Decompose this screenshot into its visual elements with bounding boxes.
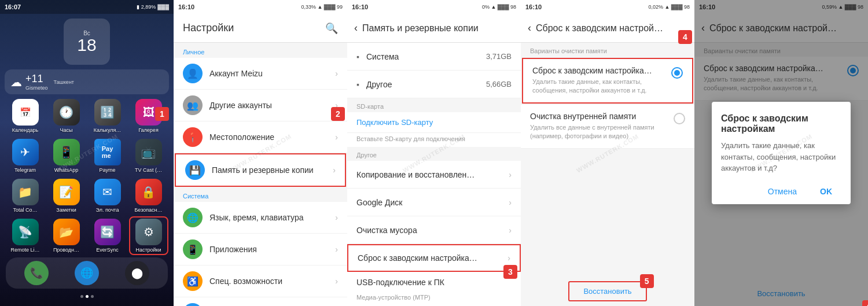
usb-label: USB-подключение к ПК — [356, 278, 444, 287]
settings-item-account[interactable]: 👤 Аккаунт Meizu › — [174, 58, 347, 90]
factory-reset-radio[interactable] — [671, 67, 683, 79]
restore-button-4[interactable]: Восстановить — [574, 283, 641, 299]
language-icon: 🌐 — [183, 208, 203, 227]
memory-item-gdrive[interactable]: Google Диск › — [347, 189, 521, 216]
telegram-icon: ✈ — [12, 139, 39, 165]
clear-memory-radio[interactable] — [674, 113, 685, 124]
restore-btn-wrap: Восстановить 5 — [521, 281, 694, 301]
back-arrow-reset-opts[interactable]: ‹ — [528, 22, 531, 34]
settings-item-accessibility[interactable]: ♿ Спец. возможности › — [174, 266, 347, 297]
factory-reset-desc: Удалить такие данные, как контакты, сооб… — [532, 78, 671, 95]
usb-sublabel: Медиа-устройство (МТР) — [356, 294, 431, 301]
security-icon: 🔒 — [135, 179, 162, 205]
memory-icon: 💾 — [185, 160, 205, 180]
settings-status-time: 16:10 — [178, 3, 194, 10]
dock-bar: 📞 🌐 ⬤ — [6, 257, 168, 289]
notes-icon: 📝 — [53, 179, 80, 205]
clean-chevron: › — [509, 226, 512, 235]
step-2-label: 2 — [331, 107, 345, 121]
panel-settings: 16:10 0,33% ▲ ▓▓▓ 99 Настройки 🔍 Личное … — [174, 0, 347, 306]
step-6-label: 6 — [862, 300, 868, 306]
weather-service: Gismeteo — [25, 85, 48, 91]
date-num: 18 — [77, 36, 96, 54]
calendar-icon: 📅 — [12, 99, 39, 126]
settings-item-language[interactable]: 🌐 Язык, время, клавиатура › — [174, 202, 347, 234]
dock-camera[interactable]: ⬤ — [125, 261, 149, 285]
signal-icon-home: ▓▓▓ — [157, 4, 169, 10]
memory-label: Память и резервные копии — [212, 165, 326, 175]
gallery-label: Галерея — [132, 127, 165, 133]
settings-item-other-accounts[interactable]: 👥 Другие аккаунты › — [174, 90, 347, 121]
apps-chevron: › — [335, 245, 338, 254]
search-icon[interactable]: 🔍 — [325, 22, 338, 35]
apps-icon: 📱 — [183, 239, 203, 259]
app-row-1: 📅 Календарь 🕐 Часы 🔢 Калькуля… 🖼 Галерея — [0, 97, 174, 135]
app-totalco[interactable]: 📁 Total Co… — [8, 179, 43, 213]
factory-reset-title: Сброс к заводским настройка… — [532, 66, 671, 75]
app-files[interactable]: 📂 Проводн… — [49, 219, 84, 253]
app-settings[interactable]: ⚙ Настройки — [131, 219, 166, 253]
settings-item-update[interactable]: 🔄 Обновление системы › — [174, 297, 347, 306]
app-whatsapp[interactable]: 📱 WhatsApp — [49, 139, 84, 173]
app-telegram[interactable]: ✈ Telegram — [8, 139, 43, 173]
files-icon: 📂 — [53, 219, 80, 245]
weather-icon: ☁ — [10, 75, 22, 89]
whatsapp-label: WhatsApp — [50, 167, 83, 173]
settings-item-apps[interactable]: 📱 Приложения › — [174, 234, 347, 266]
calendar-label: Календарь — [9, 127, 42, 133]
location-chevron: › — [335, 132, 338, 142]
section-system: Система — [174, 187, 347, 202]
memory-item-clean[interactable]: Очистка мусора › — [347, 216, 521, 244]
app-mail[interactable]: ✉ Эл. почта — [90, 179, 125, 213]
calc-label: Калькуля… — [91, 127, 124, 133]
status-time-home: 16:07 — [5, 3, 21, 10]
app-payme[interactable]: Payme Payme — [90, 139, 125, 173]
dock-phone[interactable]: 📞 — [24, 261, 49, 285]
app-clock[interactable]: 🕐 Часы — [49, 99, 84, 133]
app-eversync[interactable]: 🔄 EverSync — [90, 219, 125, 253]
memory-item-reset[interactable]: Сброс к заводским настройка… › 3 — [347, 244, 521, 272]
status-bar-home: 16:07 ▮ 2,89% ▓▓▓ — [0, 0, 174, 14]
reset-label: Сброс к заводским настройка… — [358, 253, 498, 263]
dock-browser[interactable]: 🌐 — [75, 261, 99, 285]
settings-toolbar: Настройки 🔍 — [174, 14, 347, 43]
account-chevron: › — [335, 69, 338, 78]
section-personal: Личное — [174, 43, 347, 58]
accessibility-label: Спец. возможности — [209, 276, 328, 286]
tvcast-label: TV Cast (… — [132, 167, 165, 173]
app-notes[interactable]: 📝 Заметки — [49, 179, 84, 213]
other-icon: ▪ — [356, 80, 359, 89]
back-arrow-memory[interactable]: ‹ — [354, 22, 358, 34]
whatsapp-icon: 📱 — [53, 139, 80, 165]
panel-reset-options: 16:10 0,02% ▲ ▓▓▓ 98 ‹ Сброс к заводским… — [521, 0, 694, 306]
reset-chevron: › — [507, 253, 510, 263]
app-remote[interactable]: 📡 Remote Li… — [8, 219, 43, 253]
status-icons-home: ▮ 2,89% ▓▓▓ — [137, 4, 169, 10]
app-tvcast[interactable]: 📺 TV Cast (… — [131, 139, 166, 173]
files-label: Проводн… — [50, 247, 83, 253]
settings-icon: ⚙ — [135, 219, 162, 245]
location-label: Местоположение — [209, 132, 328, 142]
eversync-icon: 🔄 — [94, 219, 121, 245]
memory-item-other[interactable]: ▪ Другое 5,66GB — [347, 71, 521, 98]
backup-label: Копирование и восстановлен… — [356, 170, 499, 179]
dialog-cancel-button[interactable]: Отмена — [759, 183, 806, 200]
app-security[interactable]: 🔒 Безопасн… — [131, 179, 166, 213]
memory-battery: 0% ▲ ▓▓▓ 98 — [482, 4, 516, 10]
app-calc[interactable]: 🔢 Калькуля… — [90, 99, 125, 133]
reset-option-clear[interactable]: Очистка внутренней памяти Удалить все да… — [521, 105, 694, 149]
sd-connect-btn[interactable]: Подключить SD-карту — [347, 112, 521, 133]
reset-option-factory[interactable]: Сброс к заводским настройка… Удалить так… — [522, 58, 693, 104]
app-calendar[interactable]: 📅 Календарь — [8, 99, 43, 133]
settings-item-location[interactable]: 📍 Местоположение › — [174, 121, 347, 153]
mail-label: Эл. почта — [91, 207, 124, 213]
step-1-label: 1 — [155, 107, 169, 121]
dialog-ok-button[interactable]: OK — [811, 183, 841, 200]
memory-item-usb[interactable]: USB-подключение к ПК Медиа-устройство (М… — [347, 272, 521, 306]
gdrive-label: Google Диск — [356, 198, 499, 207]
settings-item-memory[interactable]: 💾 Память и резервные копии › — [175, 153, 346, 187]
memory-item-system[interactable]: ▪ Система 3,71GB — [347, 43, 521, 71]
dialog-buttons: Отмена OK — [721, 183, 841, 200]
memory-item-backup[interactable]: Копирование и восстановлен… › — [347, 161, 521, 189]
payme-icon: Payme — [94, 139, 121, 165]
